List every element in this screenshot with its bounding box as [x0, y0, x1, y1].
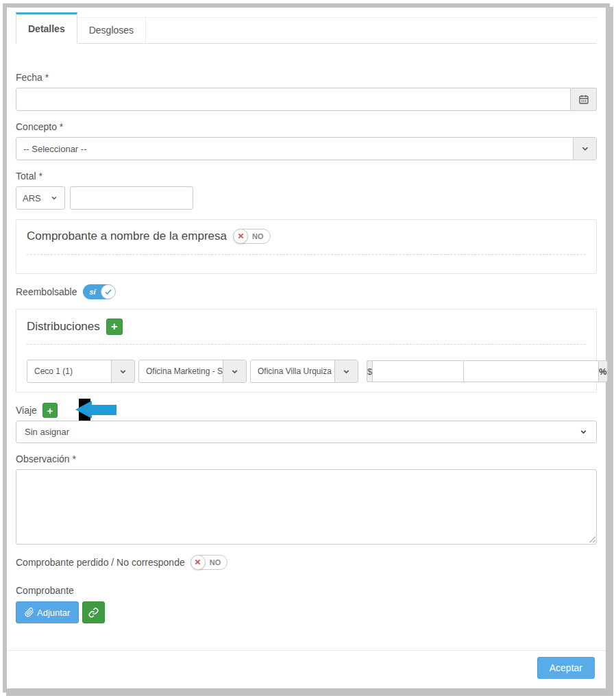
- viaje-selected-value: Sin asignar: [25, 427, 69, 437]
- concepto-label: Concepto *: [16, 121, 597, 132]
- observacion-textarea[interactable]: [16, 469, 597, 545]
- concepto-selected-value: -- Seleccionar --: [16, 138, 573, 160]
- total-amount-input[interactable]: [70, 186, 193, 210]
- ceco-select[interactable]: Ceco 1 (1): [27, 360, 135, 383]
- oficina-select-2[interactable]: Oficina Villa Urquiza - ...: [250, 360, 358, 383]
- link-button[interactable]: [82, 601, 105, 623]
- x-icon: [190, 555, 206, 570]
- fecha-group: [16, 88, 597, 111]
- fecha-input[interactable]: [16, 88, 571, 111]
- comprobante-empresa-toggle[interactable]: NO: [233, 229, 271, 244]
- distribucion-row: Ceco 1 (1) Oficina Marketing - Sin...: [27, 360, 586, 383]
- comprobante-perdido-toggle[interactable]: NO: [190, 555, 228, 570]
- chevron-down-icon: [334, 360, 358, 382]
- comprobante-empresa-label: Comprobante a nombre de la empresa: [27, 229, 227, 243]
- tab-detalles[interactable]: Detalles: [16, 12, 77, 44]
- viaje-label: Viaje: [16, 405, 37, 416]
- add-distribucion-button[interactable]: +: [106, 319, 123, 335]
- plus-icon: +: [47, 405, 53, 416]
- chevron-down-icon: [111, 360, 134, 382]
- viaje-select[interactable]: Sin asignar: [16, 421, 597, 443]
- distribuciones-panel: Distribuciones + Ceco 1 (1) Oficina Mark…: [16, 309, 597, 392]
- comprobante-label: Comprobante: [16, 585, 597, 596]
- porcentaje-group: %: [463, 360, 539, 382]
- percent-suffix: %: [599, 360, 608, 382]
- porcentaje-input[interactable]: [463, 360, 599, 382]
- total-row: ARS: [16, 186, 597, 210]
- observacion-wrap: [16, 469, 597, 545]
- oficina-2-selected-value: Oficina Villa Urquiza - ...: [251, 360, 334, 382]
- toggle-state-label: NO: [210, 558, 221, 566]
- arrow-left-icon: [75, 401, 116, 419]
- oficina-select-1[interactable]: Oficina Marketing - Sin...: [138, 360, 247, 383]
- oficina-1-selected-value: Oficina Marketing - Sin...: [139, 360, 223, 382]
- attach-row: Adjuntar: [16, 601, 597, 623]
- chevron-down-icon: [223, 360, 246, 382]
- chevron-down-icon: [579, 427, 588, 436]
- attach-button[interactable]: Adjuntar: [16, 601, 79, 623]
- chevron-down-icon: [573, 138, 596, 160]
- observacion-label: Observación *: [16, 453, 597, 464]
- accept-button[interactable]: Aceptar: [537, 657, 595, 679]
- comprobante-perdido-row: Comprobante perdido / No corresponde NO: [16, 555, 597, 570]
- calendar-icon: [578, 94, 589, 105]
- form-content: Fecha * Concepto * -- Seleccionar --: [7, 44, 606, 650]
- currency-selected-value: ARS: [23, 193, 41, 203]
- paperclip-icon: [25, 608, 34, 617]
- reembolsable-toggle[interactable]: sí: [83, 284, 115, 299]
- reembolsable-row: Reembolsable sí: [16, 284, 597, 299]
- check-icon: [101, 284, 116, 299]
- toggle-state-label: sí: [90, 288, 96, 296]
- total-label: Total *: [16, 171, 597, 182]
- tab-desgloses[interactable]: Desgloses: [77, 16, 146, 43]
- plus-icon: +: [111, 320, 118, 334]
- fecha-label: Fecha *: [16, 72, 597, 83]
- x-icon: [233, 229, 248, 244]
- concepto-select[interactable]: -- Seleccionar --: [16, 137, 597, 160]
- calendar-button[interactable]: [571, 88, 597, 111]
- toggle-state-label: NO: [252, 232, 264, 240]
- divider: [27, 254, 586, 255]
- ceco-selected-value: Ceco 1 (1): [27, 360, 111, 382]
- add-viaje-button[interactable]: +: [42, 403, 58, 418]
- currency-select[interactable]: ARS: [16, 186, 65, 210]
- viaje-row: Viaje +: [16, 400, 597, 421]
- monto-group: $: [367, 360, 445, 382]
- modal-footer: Aceptar: [7, 650, 606, 688]
- reembolsable-label: Reembolsable: [16, 286, 77, 297]
- distribuciones-title: Distribuciones: [27, 320, 100, 334]
- expense-form-modal: Detalles Desgloses Fecha * Concep: [3, 3, 610, 693]
- currency-prefix: $: [367, 360, 372, 382]
- chevron-down-icon: [50, 194, 58, 202]
- tab-bar: Detalles Desgloses: [16, 12, 597, 44]
- attach-button-label: Adjuntar: [37, 608, 70, 618]
- divider: [27, 344, 586, 345]
- comprobante-empresa-panel: Comprobante a nombre de la empresa NO: [16, 219, 597, 274]
- link-icon: [88, 608, 99, 618]
- comprobante-perdido-label: Comprobante perdido / No corresponde: [16, 557, 185, 568]
- annotation-overlay: [75, 400, 192, 421]
